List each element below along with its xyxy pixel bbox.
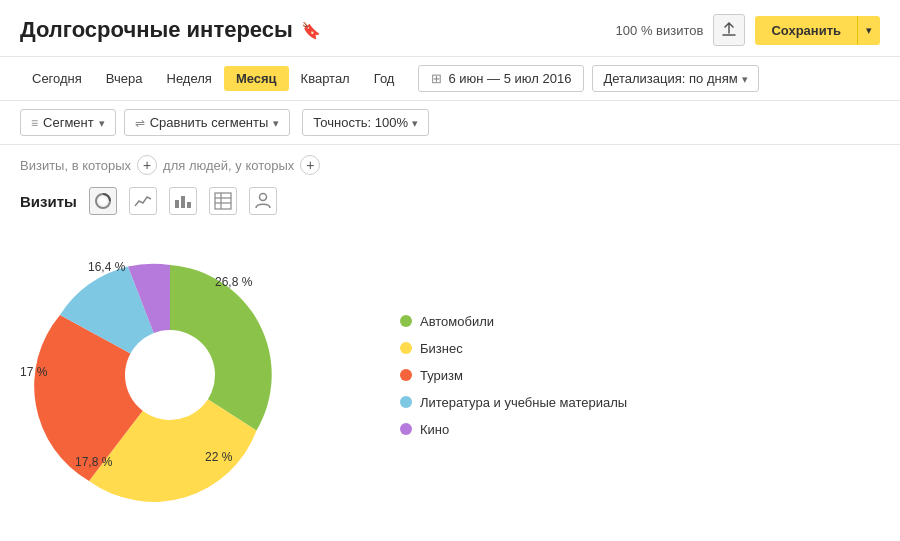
line-chart-icon — [134, 192, 152, 210]
svg-rect-2 — [175, 200, 179, 208]
compare-icon: ⇌ — [135, 116, 145, 130]
calendar-icon: ⊞ — [431, 71, 442, 86]
metric-row: Визиты — [0, 181, 900, 225]
filterbar: ≡ Сегмент ⇌ Сравнить сегменты Точность: … — [0, 101, 900, 145]
visits-for-middle: для людей, у которых — [163, 158, 294, 173]
legend-dot-literatura — [400, 396, 412, 408]
save-dropdown-button[interactable]: ▾ — [857, 16, 880, 45]
detail-dropdown[interactable]: Детализация: по дням — [592, 65, 758, 92]
compare-chevron-icon — [273, 115, 279, 130]
legend-label-avtomobili: Автомобили — [420, 314, 494, 329]
metric-label: Визиты — [20, 193, 77, 210]
legend-dot-biznes — [400, 342, 412, 354]
chart-area: 26,8 % 22 % 17,8 % 17 % 16,4 % Автомобил… — [0, 225, 900, 535]
save-button-group: Сохранить ▾ — [755, 16, 880, 45]
date-range-button[interactable]: ⊞ 6 июн — 5 июл 2016 — [418, 65, 584, 92]
tab-week[interactable]: Неделя — [155, 66, 224, 91]
chart-bar-button[interactable] — [169, 187, 197, 215]
header-left: Долгосрочные интересы 🔖 — [20, 17, 321, 43]
upload-icon — [721, 22, 737, 38]
tab-year[interactable]: Год — [362, 66, 407, 91]
bar-chart-icon — [174, 192, 192, 210]
date-range-text: 6 июн — 5 июл 2016 — [448, 71, 571, 86]
legend-dot-avtomobili — [400, 315, 412, 327]
add-person-condition-button[interactable]: + — [300, 155, 320, 175]
user-view-button[interactable] — [249, 187, 277, 215]
svg-point-1 — [99, 198, 106, 205]
legend-item-avtomobili: Автомобили — [400, 314, 627, 329]
legend-label-kino: Кино — [420, 422, 449, 437]
svg-rect-4 — [187, 202, 191, 208]
visits-percent: 100 % визитов — [616, 23, 704, 38]
segment-chevron-icon — [99, 115, 105, 130]
table-icon — [214, 192, 232, 210]
legend-item-turizm: Туризм — [400, 368, 627, 383]
add-visit-condition-button[interactable]: + — [137, 155, 157, 175]
page-title: Долгосрочные интересы — [20, 17, 293, 43]
segment-icon: ≡ — [31, 116, 38, 130]
user-icon — [254, 192, 272, 210]
tab-month[interactable]: Месяц — [224, 66, 289, 91]
compare-label: Сравнить сегменты — [150, 115, 269, 130]
legend-label-biznes: Бизнес — [420, 341, 463, 356]
pct-label-literatura: 17 % — [20, 365, 47, 379]
bookmark-icon[interactable]: 🔖 — [301, 21, 321, 40]
tabbar: Сегодня Вчера Неделя Месяц Квартал Год ⊞… — [0, 57, 900, 101]
compare-segments-button[interactable]: ⇌ Сравнить сегменты — [124, 109, 291, 136]
header-right: 100 % визитов Сохранить ▾ — [616, 14, 880, 46]
legend-dot-kino — [400, 423, 412, 435]
chart-donut-button[interactable] — [89, 187, 117, 215]
legend-label-turizm: Туризм — [420, 368, 463, 383]
donut-chart: 26,8 % 22 % 17,8 % 17 % 16,4 % — [20, 235, 360, 515]
donut-hole — [125, 330, 215, 420]
detail-label: Детализация: по дням — [603, 71, 737, 86]
visits-for-prefix: Визиты, в которых — [20, 158, 131, 173]
accuracy-chevron-icon — [412, 115, 418, 130]
svg-rect-3 — [181, 196, 185, 208]
legend-item-kino: Кино — [400, 422, 627, 437]
pct-label-turizm: 17,8 % — [75, 455, 112, 469]
legend-item-biznes: Бизнес — [400, 341, 627, 356]
svg-point-9 — [259, 194, 266, 201]
header: Долгосрочные интересы 🔖 100 % визитов Со… — [0, 0, 900, 57]
segment-label: Сегмент — [43, 115, 94, 130]
upload-button[interactable] — [713, 14, 745, 46]
donut-chart-icon — [94, 192, 112, 210]
tab-quarter[interactable]: Квартал — [289, 66, 362, 91]
detail-chevron-icon — [742, 71, 748, 86]
legend-item-literatura: Литература и учебные материалы — [400, 395, 627, 410]
tab-today[interactable]: Сегодня — [20, 66, 94, 91]
legend-label-literatura: Литература и учебные материалы — [420, 395, 627, 410]
pct-label-kino: 16,4 % — [88, 260, 125, 274]
svg-rect-5 — [215, 193, 231, 209]
chart-line-button[interactable] — [129, 187, 157, 215]
donut-svg — [20, 235, 320, 515]
segment-filter-button[interactable]: ≡ Сегмент — [20, 109, 116, 136]
accuracy-button[interactable]: Точность: 100% — [302, 109, 429, 136]
accuracy-label: Точность: 100% — [313, 115, 408, 130]
table-view-button[interactable] — [209, 187, 237, 215]
chart-legend: Автомобили Бизнес Туризм Литература и уч… — [400, 314, 627, 437]
save-button[interactable]: Сохранить — [755, 16, 857, 45]
pct-label-avtomobili: 26,8 % — [215, 275, 252, 289]
tab-yesterday[interactable]: Вчера — [94, 66, 155, 91]
visits-for-row: Визиты, в которых + для людей, у которых… — [0, 145, 900, 181]
pct-label-biznes: 22 % — [205, 450, 232, 464]
legend-dot-turizm — [400, 369, 412, 381]
